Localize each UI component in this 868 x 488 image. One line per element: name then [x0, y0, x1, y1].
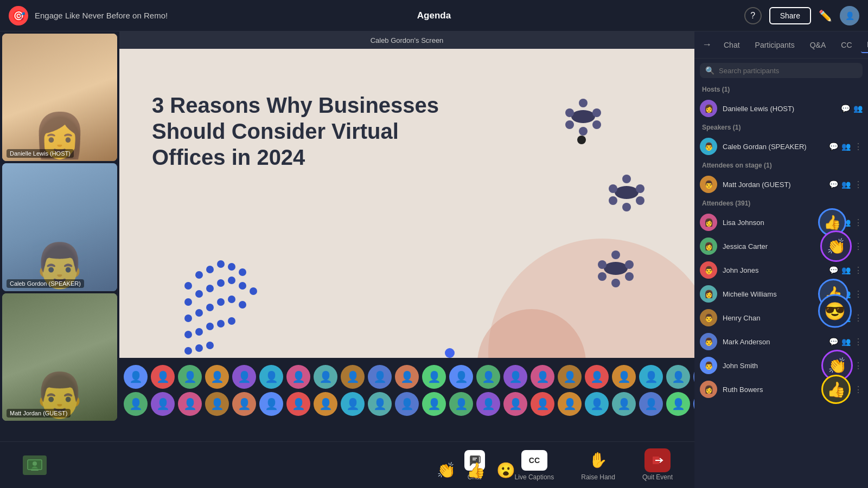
message-icon[interactable]: 💬	[829, 266, 838, 274]
tab-chat[interactable]: Chat	[717, 37, 746, 53]
audience-avatar: 👤	[314, 365, 337, 389]
svg-point-4	[565, 120, 574, 129]
participant-avatar: 👨	[700, 176, 717, 193]
more-options[interactable]: ⋮	[854, 179, 863, 190]
hosts-section-header: Hosts (1)	[694, 82, 868, 97]
audience-avatar: 👤	[232, 392, 256, 416]
audience-avatar: 👤	[476, 365, 500, 389]
live-captions-label: Live Captions	[515, 473, 554, 481]
svg-point-23	[33, 461, 37, 466]
user-avatar[interactable]: 👤	[840, 6, 859, 25]
svg-point-7	[615, 186, 639, 199]
participant-name: Caleb Gordan (SPEAKER)	[723, 143, 824, 151]
reaction-clap[interactable]: 👏	[437, 461, 456, 479]
participant-row-danielle: 👩 Danielle Lewis (HOST) 💬 👥	[694, 97, 868, 120]
svg-point-3	[592, 108, 601, 117]
more-options[interactable]: ⋮	[854, 265, 863, 275]
message-icon[interactable]: 💬	[829, 142, 838, 151]
audience-avatar: 👤	[259, 392, 283, 416]
bottom-reactions: 👏 👍 😮	[437, 461, 515, 479]
table-group-3	[591, 244, 640, 295]
panel-arrow[interactable]: →	[699, 36, 715, 54]
topbar: 🎯 Engage Like Never Before on Remo! Agen…	[0, 0, 868, 31]
participant-name: John Smith	[723, 362, 824, 370]
audience-avatar: 👤	[395, 392, 419, 416]
participant-avatar: 👩	[700, 214, 717, 231]
people-icon[interactable]: 👥	[841, 337, 851, 346]
audience-avatar: 👤	[585, 365, 609, 389]
audience-avatar: 👤	[286, 365, 310, 389]
people-icon[interactable]: 👥	[841, 142, 851, 151]
reaction-bubble-thumbs3: 👍	[821, 375, 851, 404]
audience-avatar: 👤	[476, 392, 500, 416]
reaction-wow[interactable]: 😮	[496, 461, 515, 479]
tab-qa[interactable]: Q&A	[803, 37, 833, 53]
audience-avatar: 👤	[422, 365, 446, 389]
tab-polls[interactable]: Polls	[861, 37, 868, 53]
tab-participants[interactable]: Participants	[749, 37, 801, 53]
audience-avatar: 👤	[395, 365, 419, 389]
more-options[interactable]: ⋮	[854, 289, 863, 299]
svg-point-10	[636, 184, 644, 193]
people-icon[interactable]: 👥	[841, 180, 851, 189]
video-feed-danielle: 👩 Danielle Lewis (HOST)	[2, 34, 117, 161]
more-options[interactable]: ⋮	[854, 142, 863, 152]
audience-avatar: 👤	[666, 392, 690, 416]
screen-share-button[interactable]	[22, 454, 48, 476]
message-icon[interactable]: 💬	[841, 104, 850, 113]
more-options[interactable]: ⋮	[854, 313, 863, 323]
svg-point-6	[579, 127, 588, 136]
table-group-2	[602, 168, 651, 219]
more-options[interactable]: ⋮	[854, 217, 863, 228]
share-button[interactable]: Share	[769, 7, 811, 24]
participant-row-ruth: 👩 Ruth Bowers 💬 👥 ⋮ 👍	[694, 377, 868, 401]
participant-avatar: 👩	[700, 285, 717, 303]
audience-avatar: 👤	[612, 365, 636, 389]
participant-row-henry: 👨 Henry Chan 💬 👥 ⋮ 😎	[694, 306, 868, 330]
attendees-section-header: Attendees (391)	[694, 196, 868, 210]
message-icon[interactable]: 💬	[829, 180, 838, 189]
more-options[interactable]: ⋮	[854, 337, 863, 347]
participant-name: Danielle Lewis (HOST)	[723, 105, 835, 113]
tab-cc[interactable]: CC	[834, 37, 858, 53]
participant-row-lisa: 👩 Lisa Johnson 💬 👥 ⋮ 👍	[694, 210, 868, 234]
participant-name: Henry Chan	[723, 314, 824, 322]
audience-avatar: 👤	[368, 365, 392, 389]
svg-point-17	[625, 260, 634, 269]
quit-event-button[interactable]: Quit Event	[642, 450, 673, 481]
edit-button[interactable]: ✏️	[819, 9, 832, 22]
audience-avatar: 👤	[422, 392, 446, 416]
svg-point-18	[598, 272, 607, 281]
participant-avatar: 👨	[700, 261, 717, 279]
svg-point-20	[611, 279, 620, 287]
audience-avatar: 👤	[449, 392, 473, 416]
reaction-thumbs[interactable]: 👍	[467, 461, 486, 479]
help-button[interactable]: ?	[744, 7, 762, 24]
audience-avatar: 👤	[151, 365, 175, 389]
more-options[interactable]: ⋮	[854, 384, 863, 395]
people-icon[interactable]: 👥	[853, 104, 863, 113]
people-icon[interactable]: 👥	[841, 266, 851, 274]
agenda-title: Agenda	[417, 10, 451, 21]
reaction-bubble-cool: 😎	[818, 294, 852, 328]
svg-point-16	[598, 260, 607, 269]
deco-blue-dot	[445, 348, 455, 358]
video-label-matt: Matt Jordan (GUEST)	[7, 409, 71, 418]
audience-avatar: 👤	[124, 392, 148, 416]
svg-point-12	[636, 196, 644, 205]
raise-hand-button[interactable]: ✋ Raise Hand	[581, 450, 615, 481]
search-input[interactable]	[719, 67, 857, 75]
audience-avatar: 👤	[531, 392, 554, 416]
audience-avatar: 👤	[449, 365, 473, 389]
reaction-bubble-clap: 👏	[820, 230, 852, 262]
participant-row-john-smith: 👨 John Smith 💬 👥 ⋮ 👏	[694, 354, 868, 377]
panel-tabs: → Chat Participants Q&A CC Polls	[694, 31, 868, 59]
logo: 🎯	[9, 6, 28, 25]
more-options[interactable]: ⋮	[854, 241, 863, 252]
audience-avatar: 👤	[178, 365, 202, 389]
more-options[interactable]: ⋮	[854, 361, 863, 371]
message-icon[interactable]: 💬	[829, 337, 838, 346]
live-captions-button[interactable]: CC Live Captions	[515, 450, 554, 481]
audience-strip: 👤 👤 👤 👤 👤 👤 👤 👤 👤 👤 👤 👤 👤 👤 👤 👤 👤 👤 👤 👤 …	[119, 358, 694, 423]
svg-point-13	[622, 203, 631, 211]
